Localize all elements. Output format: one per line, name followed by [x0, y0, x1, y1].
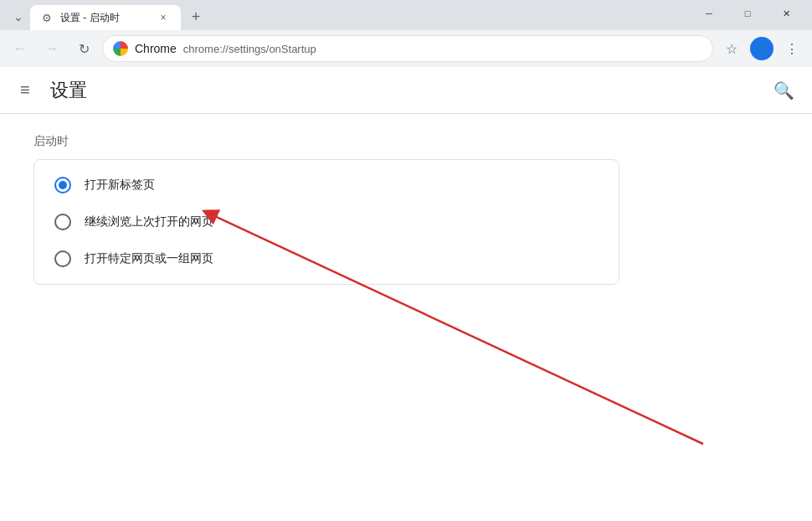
forward-button[interactable]: → — [39, 35, 65, 62]
sidebar-menu-icon[interactable]: ≡ — [13, 74, 37, 106]
radio-specific[interactable] — [54, 250, 71, 267]
maximize-button[interactable]: □ — [728, 2, 767, 25]
option-label-new-tab: 打开新标签页 — [85, 178, 155, 193]
address-brand: Chrome — [135, 42, 177, 55]
option-row-new-tab[interactable]: 打开新标签页 — [34, 167, 619, 204]
search-button[interactable]: 🔍 — [768, 75, 799, 106]
options-card: 打开新标签页 继续浏览上次打开的网页 打开特定网页或一组网页 — [33, 159, 619, 285]
active-tab[interactable]: ⚙ 设置 - 启动时 × — [30, 5, 181, 30]
radio-continue[interactable] — [54, 214, 71, 230]
option-label-specific: 打开特定网页或一组网页 — [85, 251, 213, 266]
tab-strip: ⚙ 设置 - 启动时 × + — [30, 5, 690, 30]
chrome-logo-icon — [113, 41, 128, 56]
title-bar: ⌄ ⚙ 设置 - 启动时 × + ─ □ ✕ — [0, 0, 812, 30]
option-row-specific[interactable]: 打开特定网页或一组网页 — [34, 240, 619, 277]
navigation-bar: ← → ↻ Chrome chrome://settings/onStartup… — [0, 30, 812, 67]
bookmark-button[interactable]: ☆ — [718, 35, 745, 62]
tab-close-button[interactable]: × — [156, 10, 171, 25]
reload-button[interactable]: ↻ — [70, 35, 97, 62]
address-url: chrome://settings/onStartup — [183, 43, 316, 55]
section-title: 启动时 — [33, 134, 779, 149]
radio-new-tab[interactable] — [54, 177, 71, 193]
tab-title: 设置 - 启动时 — [60, 11, 149, 25]
new-tab-button[interactable]: + — [184, 5, 208, 28]
radio-new-tab-inner — [59, 181, 67, 189]
back-button[interactable]: ← — [7, 35, 33, 62]
page-content: ≡ 设置 🔍 启动时 打开新标签页 继续浏览上次打开的网页 — [0, 67, 812, 521]
option-label-continue: 继续浏览上次打开的网页 — [85, 214, 213, 230]
window-controls: ─ □ ✕ — [690, 2, 805, 25]
minimize-button[interactable]: ─ — [690, 2, 728, 25]
page-title: 设置 — [50, 78, 87, 103]
settings-body: 启动时 打开新标签页 继续浏览上次打开的网页 打开特定网页或一组网页 — [0, 114, 812, 305]
address-bar[interactable]: Chrome chrome://settings/onStartup — [102, 35, 713, 62]
tab-favicon: ⚙ — [40, 11, 54, 24]
settings-header: ≡ 设置 🔍 — [0, 67, 812, 114]
profile-button[interactable]: 👤 — [750, 37, 773, 60]
chrome-menu-button[interactable]: ⋮ — [779, 35, 805, 62]
option-row-continue[interactable]: 继续浏览上次打开的网页 — [34, 204, 619, 240]
settings-header-left: ≡ 设置 — [13, 74, 87, 106]
close-button[interactable]: ✕ — [767, 2, 805, 25]
tab-scroll-button[interactable]: ⌄ — [7, 5, 30, 28]
